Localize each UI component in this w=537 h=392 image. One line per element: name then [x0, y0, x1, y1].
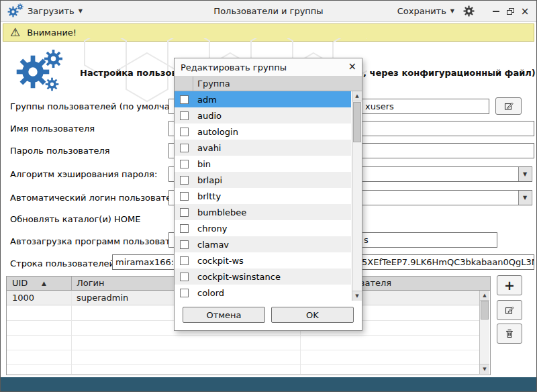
edit-groups-dialog: Редактировать группы × Группа adm audio … [174, 58, 362, 331]
minimize-icon [493, 11, 499, 12]
group-checkbox[interactable] [180, 208, 189, 217]
cell-login: superadmin [77, 293, 128, 303]
group-row[interactable]: brlapi [175, 172, 351, 188]
save-label: Сохранить [397, 6, 446, 16]
grid-line [7, 364, 479, 365]
dialog-close-button[interactable]: × [348, 62, 356, 72]
group-checkbox[interactable] [180, 128, 189, 136]
scrollbar-thumb[interactable] [481, 301, 489, 320]
group-checkbox[interactable] [180, 111, 189, 120]
dropdown-arrow-icon[interactable]: ▼ [518, 167, 531, 181]
app-window: Загрузить ▼ Пользователи и группы Сохран… [0, 0, 537, 392]
group-row[interactable]: cockpit-ws [175, 252, 351, 268]
warning-text: Внимание! [27, 28, 77, 38]
load-button[interactable]: Загрузить ▼ [28, 1, 83, 21]
edit-default-groups-button[interactable] [495, 97, 522, 115]
label-update-home: Обновлять каталог(и) HOME [10, 214, 140, 224]
label-default-groups: Группы пользователей (по умолчанию) [10, 101, 192, 111]
col-header-uid[interactable]: UID [12, 278, 28, 288]
group-label: colord [197, 288, 224, 298]
group-column-header: Группа [175, 77, 362, 91]
group-label: clamav [197, 240, 229, 250]
group-label: adm [197, 95, 217, 105]
table-scrollbar[interactable]: ▲ ▼ [479, 291, 489, 374]
label-auto-login: Автоматический логин пользователя [10, 193, 182, 203]
group-label: bin [197, 159, 211, 169]
group-row[interactable]: autologin [175, 124, 351, 140]
group-checkbox[interactable] [180, 176, 189, 185]
pencil-icon [503, 101, 514, 111]
grid-line [71, 291, 72, 374]
label-hash-algorithm: Алгоритм хэширования пароля: [10, 169, 157, 179]
add-user-button[interactable]: + [497, 275, 522, 295]
chevron-down-icon: ▼ [450, 8, 454, 14]
group-label: audio [197, 111, 222, 121]
label-users-string: Строка пользователей: [10, 258, 117, 268]
minimize-button[interactable] [491, 1, 501, 21]
group-row[interactable]: cockpit-wsinstance [175, 268, 351, 285]
group-list-scrollbar[interactable]: ▲ ▼ [352, 91, 362, 301]
edit-user-button[interactable] [497, 300, 522, 320]
close-window-button[interactable]: × [520, 1, 530, 21]
scroll-down-icon[interactable]: ▼ [480, 364, 489, 374]
group-label: chrony [197, 224, 227, 234]
label-password: Пароль пользователя [10, 146, 110, 156]
group-checkbox[interactable] [180, 224, 189, 233]
column-divider [71, 277, 72, 290]
status-bar [1, 377, 536, 391]
scroll-up-icon[interactable]: ▲ [480, 291, 489, 301]
scroll-up-icon[interactable]: ▲ [352, 91, 362, 101]
group-row[interactable]: bumblebee [175, 204, 351, 220]
scroll-down-icon[interactable]: ▼ [352, 291, 362, 301]
ok-button[interactable]: OK [271, 307, 354, 323]
group-label: cockpit-wsinstance [197, 272, 281, 282]
group-label: autologin [197, 127, 238, 137]
group-row[interactable]: avahi [175, 140, 351, 156]
toolbar: Загрузить ▼ Пользователи и группы Сохран… [1, 1, 536, 22]
group-row[interactable]: chrony [175, 220, 351, 236]
group-row[interactable]: audio [175, 107, 351, 124]
group-checkbox[interactable] [180, 95, 189, 104]
warning-icon: ⚠ [10, 27, 20, 38]
app-gears-icon [7, 3, 25, 19]
save-button[interactable]: Сохранить ▼ [397, 1, 454, 21]
cancel-button[interactable]: Отмена [183, 307, 265, 323]
chevron-down-icon: ▼ [79, 8, 83, 14]
maximize-button[interactable] [505, 1, 516, 21]
group-row-selected[interactable]: adm [175, 91, 351, 107]
dialog-titlebar: Редактировать группы × [175, 58, 362, 77]
grid-line [7, 350, 479, 350]
group-row[interactable]: brltty [175, 188, 351, 204]
group-label: bumblebee [197, 207, 246, 217]
col-header-login[interactable]: Логин [77, 278, 105, 288]
delete-user-button[interactable] [497, 324, 522, 344]
group-label: brlapi [197, 175, 222, 185]
group-row[interactable]: bin [175, 156, 351, 172]
load-label: Загрузить [28, 6, 75, 16]
trash-icon [504, 328, 515, 339]
group-checkbox[interactable] [180, 273, 189, 281]
pencil-icon [504, 305, 515, 315]
scrollbar-thumb[interactable] [353, 102, 361, 142]
grid-line [7, 335, 479, 336]
group-row[interactable]: colord [175, 285, 351, 301]
maximize-icon [507, 8, 514, 15]
group-checkbox[interactable] [180, 256, 189, 265]
group-column-label: Группа [197, 79, 230, 89]
users-string-value-right: 5XEfTeEP7.9LK6HmQC3bkabaan0QgL3N [362, 257, 534, 267]
dropdown-arrow-icon[interactable]: ▼ [518, 191, 531, 205]
group-checkbox[interactable] [180, 160, 189, 168]
group-row[interactable]: clamav [175, 236, 351, 252]
page-title-right: , через конфигурационный файл) [363, 68, 536, 78]
dialog-title: Редактировать группы [181, 62, 287, 72]
cell-uid: 1000 [12, 293, 34, 303]
group-checkbox[interactable] [180, 240, 189, 249]
group-label: brltty [197, 191, 221, 201]
settings-gear-icon[interactable] [463, 5, 475, 17]
group-checkbox[interactable] [180, 144, 189, 152]
label-username: Имя пользователя [10, 124, 95, 134]
group-checkbox[interactable] [180, 289, 189, 297]
group-checkbox[interactable] [180, 192, 189, 201]
label-autostart: Автозагрузка программ пользователей [10, 236, 192, 246]
group-label: avahi [197, 143, 221, 153]
